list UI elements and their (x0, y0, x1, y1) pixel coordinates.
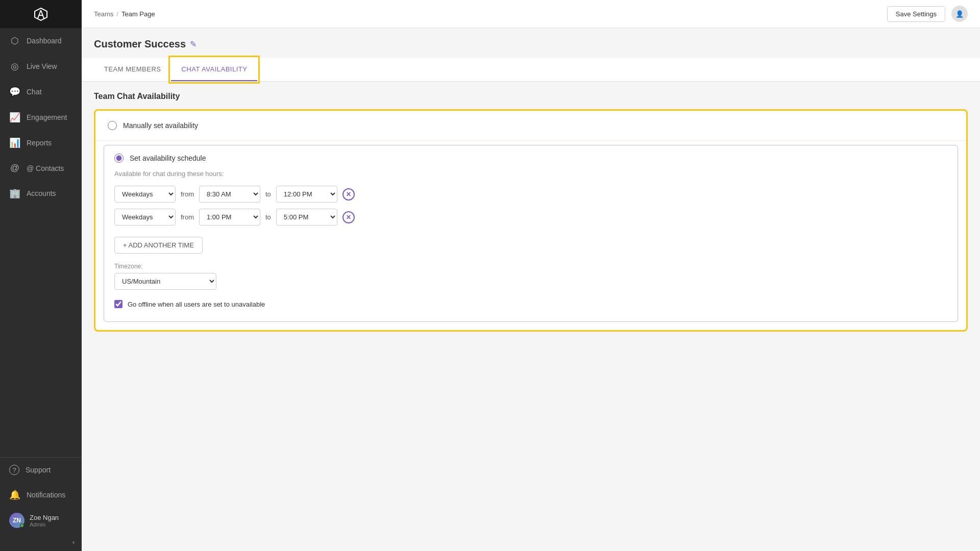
schedule-option-container: Set availability schedule Available for … (104, 145, 958, 322)
schedule-label: Set availability schedule (130, 154, 206, 162)
sidebar-label-dashboard: Dashboard (27, 37, 62, 45)
sidebar-item-support[interactable]: ? Support (0, 458, 82, 482)
manual-availability-option: Manually set availability (95, 111, 966, 141)
breadcrumb-separator: / (116, 10, 118, 18)
engagement-icon: 📈 (9, 112, 20, 123)
breadcrumb: Teams / Team Page (94, 10, 155, 18)
sidebar-logo (0, 0, 82, 28)
timezone-select[interactable]: US/Mountain US/Eastern US/Central US/Pac… (114, 273, 216, 290)
tab-team-members[interactable]: TEAM MEMBERS (94, 58, 171, 81)
avatar: ZN (9, 513, 24, 528)
from-time-select-2[interactable]: 1:00 PM 12:00 PM 2:00 PM (199, 209, 260, 226)
day-select-1[interactable]: Weekdays Weekends Monday Tuesday Wednesd… (114, 186, 176, 203)
user-info: Zoe Ngan Admin (30, 514, 59, 528)
sidebar-bottom: ? Support 🔔 Notifications ZN Zoe Ngan Ad… (0, 457, 82, 551)
sidebar-label-support: Support (26, 466, 51, 474)
times-icon-2: × (346, 213, 351, 221)
sidebar-item-reports[interactable]: 📊 Reports (0, 130, 82, 156)
sidebar-label-engagement: Engagement (27, 113, 67, 121)
sidebar-item-contacts[interactable]: @ @ Contacts (0, 156, 82, 181)
accounts-icon: 🏢 (9, 188, 20, 199)
remove-row-2-button[interactable]: × (342, 211, 355, 223)
to-label-2: to (265, 213, 271, 221)
to-time-select-2[interactable]: 5:00 PM 4:00 PM 6:00 PM (276, 209, 337, 226)
user-name: Zoe Ngan (30, 514, 59, 521)
breadcrumb-parent[interactable]: Teams (94, 10, 113, 18)
sidebar-item-chat[interactable]: 💬 Chat (0, 79, 82, 105)
times-icon: × (346, 190, 351, 198)
team-name: Customer Success (94, 38, 186, 50)
contacts-icon: @ (9, 163, 20, 173)
offline-section: Go offline when all users are set to una… (114, 300, 947, 313)
sidebar-item-dashboard[interactable]: ⬡ Dashboard (0, 28, 82, 54)
user-role: Admin (30, 521, 59, 528)
remove-row-1-button[interactable]: × (342, 188, 355, 201)
from-time-select-1[interactable]: 8:30 AM 8:00 AM 9:00 AM (199, 186, 260, 203)
to-time-select-1[interactable]: 12:00 PM 12:30 PM 1:00 PM (276, 186, 337, 203)
day-select-2[interactable]: Weekdays Weekends Monday (114, 209, 176, 226)
save-settings-button[interactable]: Save Settings (887, 6, 945, 22)
edit-team-name-icon[interactable]: ✎ (190, 39, 197, 49)
tab-chat-availability[interactable]: CHAT AVAILABILITY (171, 58, 257, 81)
sidebar-label-live-view: Live View (27, 62, 57, 70)
tabs-row: TEAM MEMBERS CHAT AVAILABILITY (82, 58, 980, 82)
dashboard-icon: ⬡ (9, 35, 20, 46)
user-profile[interactable]: ZN Zoe Ngan Admin (0, 508, 82, 533)
sidebar-label-chat: Chat (27, 88, 42, 96)
schedule-row-1: Weekdays Weekends Monday Tuesday Wednesd… (114, 186, 947, 203)
sidebar-item-engagement[interactable]: 📈 Engagement (0, 105, 82, 130)
sidebar-item-accounts[interactable]: 🏢 Accounts (0, 181, 82, 206)
timezone-label: Timezone: (114, 263, 947, 270)
from-label-1: from (181, 190, 194, 198)
manual-radio[interactable] (108, 121, 117, 130)
sidebar: ⬡ Dashboard ◎ Live View 💬 Chat 📈 Engagem… (0, 0, 82, 551)
notifications-icon: 🔔 (9, 489, 20, 500)
collapse-button[interactable]: ‹ (0, 533, 82, 551)
sidebar-label-reports: Reports (27, 139, 52, 147)
online-indicator (20, 523, 24, 528)
offline-label: Go offline when all users are set to una… (128, 300, 265, 308)
main-content: Teams / Team Page Save Settings 👤 Custom… (82, 0, 980, 551)
topbar: Teams / Team Page Save Settings 👤 (82, 0, 980, 28)
from-label-2: from (181, 213, 194, 221)
section-title: Team Chat Availability (94, 92, 968, 101)
add-time-button[interactable]: + ADD ANOTHER TIME (114, 237, 203, 254)
sidebar-label-notifications: Notifications (27, 491, 65, 499)
offline-checkbox[interactable] (114, 300, 122, 308)
support-icon: ? (9, 465, 19, 475)
schedule-radio[interactable] (114, 154, 124, 163)
schedule-row-2: Weekdays Weekends Monday from 1:00 PM 12… (114, 209, 947, 226)
sidebar-item-notifications[interactable]: 🔔 Notifications (0, 482, 82, 508)
user-avatar-button[interactable]: 👤 (951, 6, 968, 22)
team-name-row: Customer Success ✎ (94, 38, 968, 50)
topbar-right: Save Settings 👤 (887, 6, 968, 22)
schedule-subtitle: Available for chat during these hours: (114, 170, 947, 178)
manual-label: Manually set availability (123, 121, 198, 130)
schedule-option-row: Set availability schedule (114, 154, 947, 163)
timezone-section: Timezone: US/Mountain US/Eastern US/Cent… (114, 263, 947, 290)
chevron-left-icon: ‹ (72, 538, 75, 546)
sidebar-label-accounts: Accounts (27, 189, 56, 197)
chat-icon: 💬 (9, 86, 20, 97)
page-content: Customer Success ✎ TEAM MEMBERS CHAT AVA… (82, 28, 980, 551)
breadcrumb-current: Team Page (121, 10, 155, 18)
availability-card: Manually set availability Set availabili… (94, 109, 968, 332)
to-label-1: to (265, 190, 271, 198)
sidebar-label-contacts: @ Contacts (27, 164, 64, 172)
reports-icon: 📊 (9, 137, 20, 148)
live-view-icon: ◎ (9, 61, 20, 72)
sidebar-item-live-view[interactable]: ◎ Live View (0, 54, 82, 79)
